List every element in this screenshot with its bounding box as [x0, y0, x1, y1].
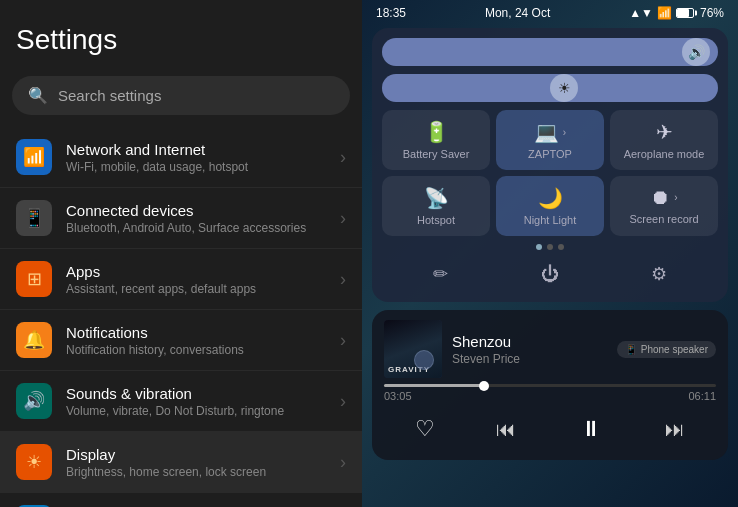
qs-tile-label-aeroplane: Aeroplane mode: [624, 148, 705, 160]
qs-tile-aeroplane[interactable]: ✈ Aeroplane mode: [610, 110, 718, 170]
prev-button[interactable]: ⏮: [490, 413, 522, 445]
item-subtitle-sounds: Volume, vibrate, Do Not Disturb, rington…: [66, 404, 326, 418]
next-button[interactable]: ⏭: [659, 413, 691, 445]
like-button[interactable]: ♡: [409, 413, 441, 445]
qs-tile-label-night_light: Night Light: [524, 214, 577, 226]
item-chevron-notifications: ›: [340, 330, 346, 351]
item-subtitle-notifications: Notification history, conversations: [66, 343, 326, 357]
settings-item-surface_duo[interactable]: ⬛ Surface Duo features Glance bar, dual-…: [0, 493, 362, 507]
item-text-sounds: Sounds & vibration Volume, vibrate, Do N…: [66, 385, 326, 418]
item-chevron-network: ›: [340, 147, 346, 168]
power-button[interactable]: ⏻: [532, 256, 568, 292]
app-title: Settings: [0, 0, 362, 68]
item-icon-network: 📶: [16, 139, 52, 175]
qs-tile-label-screen_record: Screen record: [629, 213, 698, 225]
qs-tile-row-aeroplane: ✈: [656, 120, 673, 144]
music-controls: ♡ ⏮ ⏸ ⏭: [384, 408, 716, 450]
settings-item-apps[interactable]: ⊞ Apps Assistant, recent apps, default a…: [0, 249, 362, 310]
item-title-network: Network and Internet: [66, 141, 326, 158]
current-time: 03:05: [384, 390, 412, 402]
qs-tile-icon-hotspot: 📡: [424, 186, 449, 210]
search-icon: 🔍: [28, 86, 48, 105]
qs-tile-night_light[interactable]: 🌙 Night Light: [496, 176, 604, 236]
right-content: 18:35 Mon, 24 Oct ▲▼ 📶 76% 🔊: [362, 0, 738, 507]
volume-slider-track[interactable]: 🔊: [382, 38, 718, 66]
qs-page-dots: [382, 244, 718, 250]
progress-track[interactable]: [384, 384, 716, 387]
pause-button[interactable]: ⏸: [572, 410, 610, 448]
album-art: GRAVITY: [384, 320, 442, 378]
qs-tile-row-hotspot: 📡: [424, 186, 449, 210]
brightness-icon: ☀: [558, 80, 571, 96]
search-bar[interactable]: 🔍 Search settings: [12, 76, 350, 115]
music-title: Shenzou: [452, 333, 607, 350]
music-artist: Steven Price: [452, 352, 607, 366]
brightness-slider-thumb[interactable]: ☀: [550, 74, 578, 102]
qs-tile-icon-aeroplane: ✈: [656, 120, 673, 144]
settings-item-display[interactable]: ☀ Display Brightness, home screen, lock …: [0, 432, 362, 493]
settings-item-sounds[interactable]: 🔊 Sounds & vibration Volume, vibrate, Do…: [0, 371, 362, 432]
item-chevron-sounds: ›: [340, 391, 346, 412]
status-bar: 18:35 Mon, 24 Oct ▲▼ 📶 76%: [362, 0, 738, 24]
item-text-apps: Apps Assistant, recent apps, default app…: [66, 263, 326, 296]
item-text-notifications: Notifications Notification history, conv…: [66, 324, 326, 357]
item-title-apps: Apps: [66, 263, 326, 280]
signal-icon: 📶: [657, 6, 672, 20]
item-title-notifications: Notifications: [66, 324, 326, 341]
qs-tile-arrow-screen_record: ›: [674, 192, 677, 203]
qs-tile-icon-screen_record: ⏺: [650, 186, 670, 209]
battery-icon: [676, 8, 694, 18]
output-label: Phone speaker: [641, 344, 708, 355]
item-icon-devices: 📱: [16, 200, 52, 236]
item-text-network: Network and Internet Wi-Fi, mobile, data…: [66, 141, 326, 174]
qs-tile-row-battery_saver: 🔋: [424, 120, 449, 144]
dot-2: [547, 244, 553, 250]
vinyl-decoration: [414, 350, 434, 370]
progress-fill: [384, 384, 484, 387]
qs-tile-icon-night_light: 🌙: [538, 186, 563, 210]
music-player-top: GRAVITY Shenzou Steven Price 📱 Phone spe…: [384, 320, 716, 378]
item-subtitle-display: Brightness, home screen, lock screen: [66, 465, 326, 479]
item-subtitle-devices: Bluetooth, Android Auto, Surface accesso…: [66, 221, 326, 235]
quick-settings-panel: 🔊 ☀ 🔋 Battery Saver 💻: [372, 28, 728, 302]
qs-tile-label-battery_saver: Battery Saver: [403, 148, 470, 160]
dot-1: [536, 244, 542, 250]
qs-tile-label-zaptop: ZAPTOP: [528, 148, 572, 160]
qs-tile-icon-battery_saver: 🔋: [424, 120, 449, 144]
qs-tile-battery_saver[interactable]: 🔋 Battery Saver: [382, 110, 490, 170]
search-placeholder: Search settings: [58, 87, 161, 104]
qs-tile-hotspot[interactable]: 📡 Hotspot: [382, 176, 490, 236]
qs-tile-row-screen_record: ⏺ ›: [650, 186, 677, 209]
status-date: Mon, 24 Oct: [485, 6, 550, 20]
item-chevron-devices: ›: [340, 208, 346, 229]
edit-button[interactable]: ✏: [423, 256, 459, 292]
item-title-display: Display: [66, 446, 326, 463]
settings-item-network[interactable]: 📶 Network and Internet Wi-Fi, mobile, da…: [0, 127, 362, 188]
wifi-icon: ▲▼: [629, 6, 653, 20]
volume-slider-row[interactable]: 🔊: [382, 38, 718, 66]
output-badge[interactable]: 📱 Phone speaker: [617, 341, 716, 358]
qs-tile-label-hotspot: Hotspot: [417, 214, 455, 226]
item-icon-notifications: 🔔: [16, 322, 52, 358]
progress-thumb[interactable]: [479, 381, 489, 391]
volume-slider-thumb[interactable]: 🔊: [682, 38, 710, 66]
item-subtitle-network: Wi-Fi, mobile, data usage, hotspot: [66, 160, 326, 174]
settings-list: 📶 Network and Internet Wi-Fi, mobile, da…: [0, 127, 362, 507]
item-text-display: Display Brightness, home screen, lock sc…: [66, 446, 326, 479]
item-icon-apps: ⊞: [16, 261, 52, 297]
settings-button[interactable]: ⚙: [641, 256, 677, 292]
status-right: ▲▼ 📶 76%: [629, 6, 724, 20]
volume-icon: 🔊: [688, 44, 705, 60]
settings-panel: Settings 🔍 Search settings 📶 Network and…: [0, 0, 362, 507]
battery-pct: 76%: [700, 6, 724, 20]
settings-item-notifications[interactable]: 🔔 Notifications Notification history, co…: [0, 310, 362, 371]
progress-row: 03:05 06:11: [384, 384, 716, 402]
item-icon-sounds: 🔊: [16, 383, 52, 419]
qs-tile-screen_record[interactable]: ⏺ › Screen record: [610, 176, 718, 236]
qs-tile-grid: 🔋 Battery Saver 💻 › ZAPTOP ✈ Aeroplane m…: [382, 110, 718, 236]
brightness-slider-track[interactable]: ☀: [382, 74, 718, 102]
qs-tile-zaptop[interactable]: 💻 › ZAPTOP: [496, 110, 604, 170]
settings-item-devices[interactable]: 📱 Connected devices Bluetooth, Android A…: [0, 188, 362, 249]
brightness-slider-row[interactable]: ☀: [382, 74, 718, 102]
status-time: 18:35: [376, 6, 406, 20]
